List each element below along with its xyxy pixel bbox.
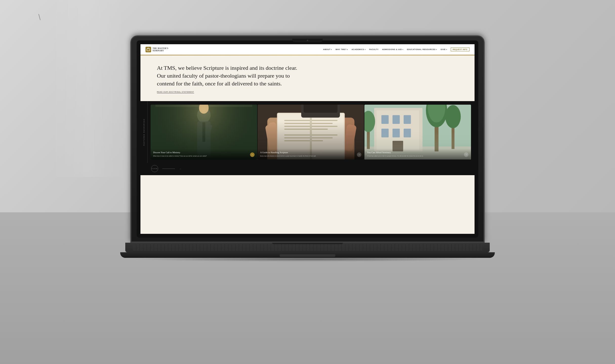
nav-give[interactable]: GIVE ▾ — [441, 49, 447, 50]
laptop-device: THE MASTER'S SEMINARY ABOUT ▾ WHY TMS? ▾ — [105, 35, 510, 313]
card1-arrow[interactable]: → — [250, 152, 255, 157]
card2-title: A Guide to Handling Scripture — [260, 151, 362, 154]
camera-notch — [292, 39, 323, 42]
card2-desc: Every man who desires to stand behind a … — [260, 155, 362, 157]
arrow-icon: → — [179, 167, 181, 170]
nav-educational-resources[interactable]: EDUCATIONAL RESOURCES ▾ — [407, 49, 437, 50]
nav-about[interactable]: ABOUT ▾ — [323, 49, 332, 50]
laptop-lid: THE MASTER'S SEMINARY ABOUT ▾ WHY TMS? ▾ — [130, 35, 485, 243]
nav-links: ABOUT ▾ WHY TMS? ▾ ACADEMICS ▾ FACULTY — [323, 48, 469, 51]
resource-card-3[interactable]: You Can Afford Seminary If God has calle… — [364, 105, 471, 160]
screen-bezel: THE MASTER'S SEMINARY ABOUT ▾ WHY TMS? ▾ — [137, 40, 478, 238]
resource-cards-container: Discern Your Call to Ministry What does … — [148, 101, 475, 163]
logo-icon — [146, 47, 151, 52]
chevron-admissions-icon: ▾ — [402, 49, 403, 50]
chevron-give-icon: ▾ — [446, 49, 447, 50]
resource-card-1[interactable]: Discern Your Call to Ministry What does … — [151, 105, 257, 160]
card1-desc: What does it mean to be called to minist… — [153, 155, 255, 157]
svg-rect-0 — [147, 49, 150, 51]
chevron-why-tms-icon: ▾ — [347, 49, 348, 50]
nav-why-tms[interactable]: WHY TMS? ▾ — [336, 49, 348, 50]
card1-title: Discern Your Call to Ministry — [153, 151, 255, 154]
laptop-keyboard-base — [125, 243, 490, 252]
featured-label-container: FEATURED RESOURCES — [140, 101, 148, 163]
nav-bar: THE MASTER'S SEMINARY ABOUT ▾ WHY TMS? ▾ — [140, 44, 475, 55]
logo-text: THE MASTER'S SEMINARY — [153, 47, 168, 52]
featured-resources-section: FEATURED RESOURCES — [140, 101, 475, 163]
chevron-about-icon: ▾ — [331, 49, 332, 50]
keyboard-area — [133, 244, 482, 251]
nav-faculty[interactable]: FACULTY — [369, 49, 379, 50]
card3-overlay: You Can Afford Seminary If God has calle… — [364, 149, 471, 160]
chevron-academics-icon: ▾ — [365, 49, 366, 50]
click-line — [162, 169, 175, 169]
doctrinal-statement-link[interactable]: READ OUR DOCTRINAL STATEMENT — [157, 91, 194, 93]
card2-overlay: A Guide to Handling Scripture Every man … — [258, 149, 364, 160]
chevron-edu-icon: ▾ — [436, 49, 437, 50]
card3-desc: If God has called you to train for gospe… — [367, 155, 468, 157]
website-screen: THE MASTER'S SEMINARY ABOUT ▾ WHY TMS? ▾ — [140, 44, 475, 234]
resource-card-2[interactable]: A Guide to Handling Scripture Every man … — [258, 105, 364, 160]
featured-resources-label: FEATURED RESOURCES — [143, 119, 145, 146]
nav-admissions[interactable]: ADMISSIONS & AID ▾ — [382, 49, 403, 50]
bottom-nav: CLICK → — [140, 163, 475, 175]
logo[interactable]: THE MASTER'S SEMINARY — [146, 47, 168, 52]
click-button[interactable]: CLICK — [151, 165, 158, 172]
hero-tagline: At TMS, we believe Scripture is inspired… — [157, 64, 299, 87]
nav-request-info[interactable]: REQUEST INFO — [451, 48, 469, 51]
nav-academics[interactable]: ACADEMICS ▾ — [352, 49, 365, 50]
trackpad — [280, 254, 335, 257]
camera-dot — [307, 40, 308, 41]
card1-overlay: Discern Your Call to Ministry What does … — [151, 149, 257, 160]
laptop-bottom — [120, 252, 495, 258]
card3-title: You Can Afford Seminary — [367, 151, 468, 154]
hero-section: At TMS, we believe Scripture is inspired… — [140, 55, 475, 101]
